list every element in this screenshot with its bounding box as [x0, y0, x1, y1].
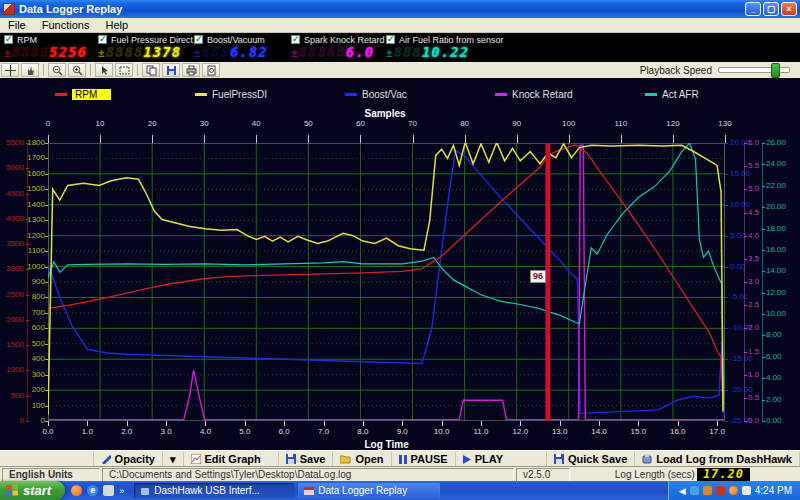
knock-checkbox[interactable]: ✓	[291, 35, 300, 44]
close-button[interactable]: ×	[781, 2, 797, 16]
axis-tick-label: -15.00	[730, 355, 756, 363]
zoom-in-button[interactable]	[68, 63, 86, 77]
start-button[interactable]: start	[0, 481, 65, 500]
axis-tick-mark	[744, 189, 747, 190]
boost-checkbox[interactable]: ✓	[194, 35, 203, 44]
menu-functions[interactable]: Functions	[34, 19, 98, 31]
knock-label: Spark Knock Retard	[304, 35, 385, 45]
menu-help[interactable]: Help	[97, 19, 136, 31]
quick-launch-chevron-icon[interactable]: »	[119, 486, 124, 496]
opacity-dropdown-button[interactable]: ▾	[162, 452, 183, 466]
zoom-out-button[interactable]	[48, 63, 66, 77]
save-chart-button[interactable]	[162, 63, 180, 77]
rpm-checkbox[interactable]: ✓	[4, 35, 13, 44]
tray-mail-icon[interactable]	[742, 486, 751, 495]
save-button[interactable]: Save	[278, 452, 333, 466]
open-folder-icon	[340, 454, 351, 464]
fuel-label: Fuel Pressure Direct	[111, 35, 193, 45]
axis-tick-label: 5.0	[748, 185, 762, 193]
axis-tick-label: 700	[26, 309, 45, 317]
print-button[interactable]	[182, 63, 200, 77]
axis-tick-mark	[762, 293, 765, 294]
task-dashhawk[interactable]: DashHawk USB Interf...	[134, 483, 294, 498]
axis-tick-label: 1300	[26, 216, 45, 224]
version-cell: v2.5.0	[516, 468, 570, 482]
hand-tool-button[interactable]	[21, 63, 39, 77]
title-bar[interactable]: Data Logger Replay _ ▢ ×	[0, 0, 800, 18]
pause-button[interactable]: PAUSE	[391, 452, 455, 466]
tray-network-icon[interactable]	[690, 486, 699, 495]
samples-tick-label: 70	[403, 120, 423, 128]
axis-tick-label: 200	[26, 386, 45, 394]
legend-knock-label: Knock Retard	[512, 89, 573, 100]
menu-file[interactable]: File	[0, 19, 34, 31]
series-fuelpressdi	[48, 143, 723, 415]
tray-chevron-icon[interactable]: ◀	[679, 486, 686, 496]
samples-tick-label: 60	[350, 120, 370, 128]
axis-tick-mark	[762, 378, 765, 379]
logtime-tick-label: 15.0	[626, 428, 650, 436]
printer-icon	[186, 65, 197, 76]
legend-knock-retard[interactable]: Knock Retard	[495, 89, 573, 100]
legend-fuel-label: FuelPressDI	[212, 89, 267, 100]
axis-tick-mark	[520, 421, 521, 426]
axis-tick-label: 1500	[26, 185, 45, 193]
internet-explorer-icon[interactable]: e	[87, 485, 98, 496]
app-icon	[3, 3, 15, 15]
rpm-color-dash	[55, 93, 67, 96]
legend-boostvac[interactable]: Boost/Vac	[345, 89, 407, 100]
axis-tick-mark	[324, 421, 325, 426]
samples-tick-label: 130	[715, 120, 735, 128]
signal-group-afr: ✓Air Fuel Ratio from sensor ±88810.22	[386, 34, 504, 61]
axis-tick-label: 500	[0, 392, 24, 400]
axis-tick-mark	[87, 421, 88, 426]
afr-checkbox[interactable]: ✓	[386, 35, 395, 44]
save-floppy-icon	[286, 454, 296, 464]
legend-afr-label: Act AFR	[662, 89, 699, 100]
edit-graph-button[interactable]: Edit Graph	[183, 452, 268, 466]
move-tool-button[interactable]	[1, 63, 19, 77]
tray-shield-icon[interactable]	[703, 486, 712, 495]
copy-button[interactable]	[142, 63, 160, 77]
document-icon[interactable]	[103, 485, 114, 496]
tray-firefox-icon[interactable]	[729, 486, 738, 495]
opacity-button[interactable]: Opacity	[93, 452, 162, 466]
selection-box-icon	[119, 65, 130, 76]
axis-tick-label: 4.5	[748, 209, 762, 217]
axis-tick-mark	[725, 297, 728, 298]
window-title: Data Logger Replay	[19, 3, 122, 15]
logtime-tick-label: 16.0	[666, 428, 690, 436]
task-data-logger-replay[interactable]: Data Logger Replay	[298, 483, 440, 498]
preview-button[interactable]	[202, 63, 220, 77]
playback-cursor[interactable]	[545, 143, 550, 421]
axis-tick-mark	[744, 213, 747, 214]
open-button[interactable]: Open	[332, 452, 390, 466]
marquee-tool-button[interactable]	[115, 63, 133, 77]
maximize-button[interactable]: ▢	[763, 2, 779, 16]
playback-speed-slider[interactable]	[718, 67, 790, 73]
plot-region[interactable]	[48, 143, 725, 421]
legend-act-afr[interactable]: Act AFR	[645, 89, 699, 100]
slider-thumb[interactable]	[771, 63, 780, 78]
hand-icon	[25, 65, 36, 76]
load-log-button[interactable]: Load Log from DashHawk	[634, 452, 800, 466]
legend-rpm[interactable]: RPM	[55, 89, 111, 100]
firefox-icon[interactable]	[71, 485, 82, 496]
play-button[interactable]: PLAY	[455, 452, 510, 466]
fuel-color-dash	[195, 93, 207, 96]
legend-fuelpressdi[interactable]: FuelPressDI	[195, 89, 267, 100]
select-tool-button[interactable]	[95, 63, 113, 77]
quick-save-button[interactable]: Quick Save	[546, 452, 634, 466]
axis-tick-mark	[205, 421, 206, 426]
axis-tick-label: 2500	[0, 291, 24, 299]
axis-tick-mark	[744, 166, 747, 167]
axis-tick-mark	[725, 236, 728, 237]
axis-tick-mark	[48, 421, 49, 426]
axis-tick-mark	[762, 250, 765, 251]
minimize-button[interactable]: _	[745, 2, 761, 16]
chart-svg[interactable]	[48, 143, 725, 421]
magnifier-minus-icon	[52, 65, 63, 76]
fuel-checkbox[interactable]: ✓	[98, 35, 107, 44]
tray-alert-icon[interactable]	[716, 486, 725, 495]
axis-tick-mark	[762, 314, 765, 315]
